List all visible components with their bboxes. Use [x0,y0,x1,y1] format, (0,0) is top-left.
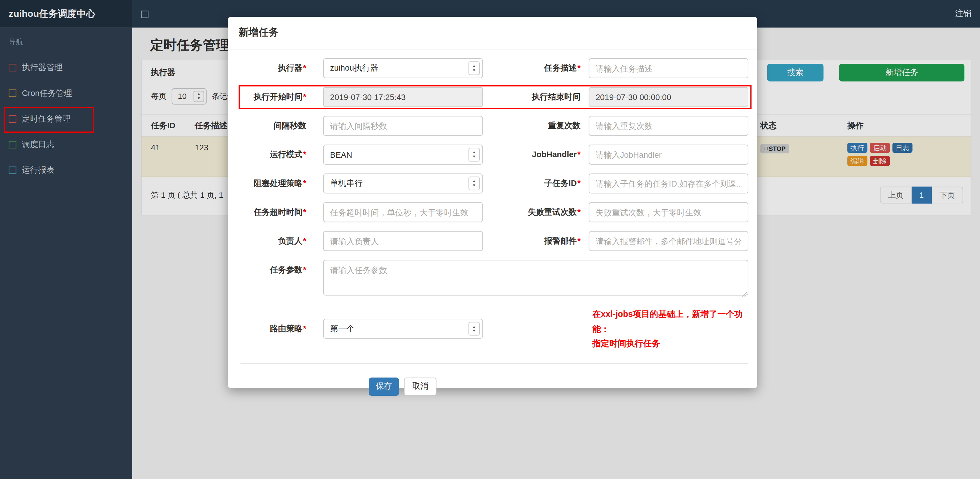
modal-header: 新增任务 [228,17,757,49]
form-row-interval: 间隔秒数 重复次数 [228,116,757,136]
task-desc-input[interactable] [589,58,748,78]
form-row-exec-time: 执行开始时间* 执行结束时间 [228,87,757,107]
interval-input[interactable] [323,116,483,136]
interval-label: 间隔秒数 [240,116,306,136]
route-strategy-select[interactable]: 第一个 ▲▼ [323,319,483,339]
route-strategy-select-value: 第一个 [330,323,354,334]
executor-select-value: zuihou执行器 [330,63,379,74]
feature-note-line1: 在xxl-jobs项目的基础上，新增了一个功能： [592,307,748,337]
modal-body: 执行器* zuihou执行器 ▲▼ 任务描述* 执行开始时间* 执行结束时间 [228,49,757,396]
feature-note-line2: 指定时间执行任务 [592,336,748,351]
add-task-modal: 新增任务 执行器* zuihou执行器 ▲▼ 任务描述* 执行开始时间* [228,17,757,388]
owner-input[interactable] [323,231,483,251]
select-arrows-icon: ▲▼ [469,148,480,162]
owner-label: 负责人* [240,231,306,251]
task-params-textarea[interactable] [323,260,748,295]
form-row-task-params: 任务参数* [228,260,757,298]
task-desc-label: 任务描述* [483,58,589,78]
form-row-timeout: 任务超时时间* 失败重试次数* [228,202,757,222]
modal-title: 新增任务 [239,26,279,40]
repeat-count-label: 重复次数 [483,116,589,136]
child-task-id-input[interactable] [589,173,748,193]
select-arrows-icon: ▲▼ [469,62,480,75]
jobhandler-input[interactable] [589,145,748,165]
task-params-label: 任务参数* [240,260,306,280]
select-arrows-icon: ▲▼ [469,322,480,336]
modal-footer: 保存 取消 [228,377,757,396]
jobhandler-label: JobHandler* [483,145,589,165]
alarm-email-input[interactable] [589,231,748,251]
block-strategy-select[interactable]: 单机串行 ▲▼ [323,173,483,193]
executor-label: 执行器* [240,58,306,78]
alarm-email-label: 报警邮件* [483,231,589,251]
modal-divider [240,363,748,364]
route-strategy-label: 路由策略* [240,319,306,339]
timeout-label: 任务超时时间* [240,202,306,222]
form-row-block-strategy: 阻塞处理策略* 单机串行 ▲▼ 子任务ID* [228,173,757,193]
run-mode-label: 运行模式* [240,145,306,165]
child-task-id-label: 子任务ID* [483,173,589,193]
end-time-input[interactable] [589,87,748,107]
save-button[interactable]: 保存 [369,377,399,396]
timeout-input[interactable] [323,202,483,222]
run-mode-select[interactable]: BEAN ▲▼ [323,145,483,165]
repeat-count-input[interactable] [589,116,748,136]
fail-retry-label: 失败重试次数* [483,202,589,222]
form-row-route-strategy: 路由策略* 第一个 ▲▼ 在xxl-jobs项目的基础上，新增了一个功能： 指定… [228,307,757,351]
app-root: zuihou任务调度中心 注销 导航 执行器管理 Cron任务管理 定时任务管理… [0,0,980,479]
start-time-label: 执行开始时间* [240,87,306,107]
executor-select[interactable]: zuihou执行器 ▲▼ [323,58,483,78]
form-row-executor: 执行器* zuihou执行器 ▲▼ 任务描述* [228,58,757,78]
end-time-label: 执行结束时间 [483,87,589,107]
block-strategy-label: 阻塞处理策略* [240,173,306,193]
select-arrows-icon: ▲▼ [469,177,480,190]
feature-note: 在xxl-jobs项目的基础上，新增了一个功能： 指定时间执行任务 [592,307,748,351]
form-row-owner: 负责人* 报警邮件* [228,231,757,251]
start-time-input[interactable] [323,87,483,107]
cancel-button[interactable]: 取消 [404,377,437,396]
block-strategy-select-value: 单机串行 [330,178,363,189]
fail-retry-input[interactable] [589,202,748,222]
form-row-run-mode: 运行模式* BEAN ▲▼ JobHandler* [228,145,757,165]
run-mode-select-value: BEAN [330,150,352,159]
